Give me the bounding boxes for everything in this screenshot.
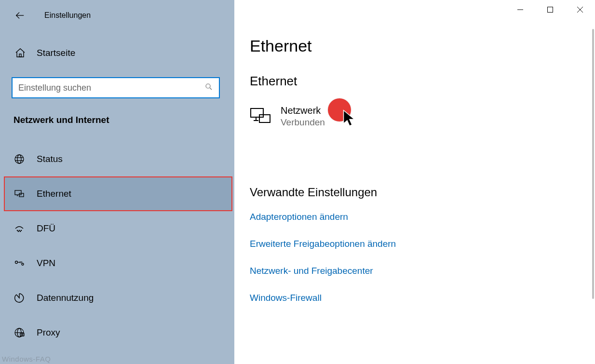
sidebar-item-datennutzung[interactable]: Datennutzung: [0, 281, 234, 315]
maximize-button[interactable]: [535, 0, 565, 19]
network-item[interactable]: Netzwerk Verbunden: [250, 105, 325, 128]
network-name: Netzwerk: [281, 105, 325, 116]
search-wrap: [12, 77, 223, 98]
svg-line-3: [210, 88, 212, 90]
scrollbar[interactable]: [592, 29, 594, 337]
svg-point-17: [22, 263, 24, 265]
link-erweiterte-freigabe[interactable]: Erweiterte Freigabeoptionen ändern: [250, 239, 396, 249]
sidebar-header: Einstellungen: [0, 7, 234, 24]
cursor-icon: [342, 109, 357, 129]
network-status: Verbunden: [281, 117, 325, 128]
ethernet-network-icon: [250, 107, 272, 126]
svg-point-13: [21, 230, 21, 230]
ethernet-icon: [14, 188, 25, 200]
page-title: Ethernet: [250, 37, 585, 55]
sidebar-item-dfu[interactable]: DFÜ: [0, 211, 234, 246]
search-box[interactable]: [12, 77, 220, 98]
sidebar: Einstellungen Startseite: [0, 0, 234, 364]
sidebar-item-proxy[interactable]: Proxy: [0, 315, 234, 350]
sidebar-item-label: DFÜ: [37, 223, 55, 234]
close-button[interactable]: [565, 0, 595, 19]
related-links-list: Adapteroptionen ändern Erweiterte Freiga…: [250, 212, 585, 303]
sidebar-item-label: Ethernet: [37, 189, 71, 199]
maximize-icon: [547, 6, 554, 13]
sidebar-item-label: Status: [37, 154, 63, 164]
app-title: Einstellungen: [44, 11, 91, 20]
sidebar-item-status[interactable]: Status: [0, 142, 234, 176]
network-text: Netzwerk Verbunden: [281, 105, 325, 128]
arrow-left-icon: [14, 10, 25, 21]
minimize-button[interactable]: [505, 0, 535, 19]
search-icon: [204, 82, 213, 93]
sidebar-item-label: Datennutzung: [37, 293, 94, 303]
svg-rect-28: [251, 108, 263, 117]
globe-icon: [14, 153, 25, 165]
settings-window: Einstellungen Startseite: [0, 0, 595, 364]
svg-point-14: [18, 231, 18, 231]
svg-rect-29: [259, 115, 270, 122]
datausage-icon: [14, 292, 25, 304]
sidebar-item-vpn[interactable]: VPN: [0, 246, 234, 281]
scrollbar-thumb[interactable]: [592, 29, 594, 299]
close-icon: [577, 6, 583, 13]
vpn-icon: [14, 257, 25, 269]
svg-point-5: [17, 155, 21, 163]
link-windows-firewall[interactable]: Windows-Firewall: [250, 293, 322, 303]
link-adapteroptionen[interactable]: Adapteroptionen ändern: [250, 212, 348, 222]
svg-point-16: [15, 261, 18, 264]
back-button[interactable]: [14, 7, 34, 24]
sidebar-home-label: Startseite: [37, 48, 75, 58]
search-input[interactable]: [18, 83, 204, 93]
minimize-icon: [517, 6, 524, 13]
related-settings-title: Verwandte Einstellungen: [250, 186, 585, 199]
main-content: Ethernet Ethernet Netzwerk Verbunden: [234, 0, 595, 364]
sidebar-category-title: Netzwerk und Internet: [0, 115, 234, 125]
svg-rect-21: [20, 333, 24, 336]
svg-point-12: [19, 230, 19, 230]
sidebar-home[interactable]: Startseite: [0, 41, 234, 65]
dialup-icon: [14, 223, 25, 234]
svg-point-2: [206, 84, 210, 88]
sidebar-item-ethernet[interactable]: Ethernet: [4, 176, 232, 211]
section-title: Ethernet: [250, 74, 585, 89]
svg-rect-8: [15, 190, 21, 195]
sidebar-item-label: Proxy: [37, 327, 60, 338]
titlebar-controls: [505, 0, 595, 19]
svg-point-11: [17, 230, 17, 230]
proxy-icon: [14, 327, 25, 338]
link-netzwerk-freigabecenter[interactable]: Netzwerk- und Freigabecenter: [250, 266, 373, 276]
home-icon: [14, 47, 26, 59]
svg-point-15: [20, 231, 20, 231]
sidebar-nav: Status Ethernet: [0, 142, 234, 350]
svg-rect-1: [19, 54, 21, 57]
svg-point-4: [15, 155, 24, 163]
svg-rect-25: [548, 7, 553, 13]
sidebar-item-label: VPN: [37, 258, 55, 269]
